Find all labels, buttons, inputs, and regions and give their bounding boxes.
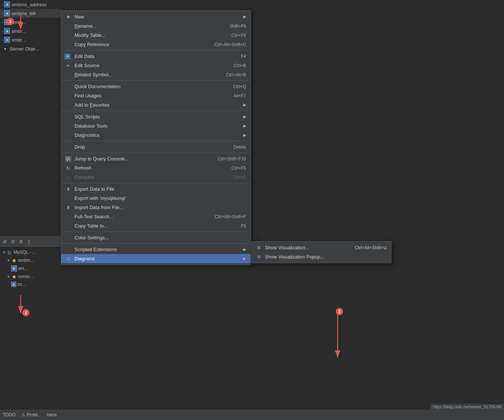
submenu-item-show-visualization[interactable]: ⊞ Show Visualization... Ctrl+Alt+Shift+U: [252, 243, 391, 252]
tree-panel: › ⊞ smbms_address › ⊞ smbms_bill › ⊞ smb…: [0, 0, 61, 232]
expand-arrow: ›: [2, 11, 3, 15]
refresh-icon: ↻: [65, 165, 72, 171]
expand-arrow: ›: [2, 29, 3, 33]
import-icon: ⬆: [65, 204, 72, 211]
menu-item-label: Modify Table...: [75, 32, 106, 38]
menu-item-import-data[interactable]: ⬆ Import Data from File...: [61, 203, 251, 212]
query-console-icon: QL: [65, 156, 72, 162]
db-item-label: MySQL - ...: [14, 250, 36, 255]
menu-item-compare[interactable]: ↔ Compare Ctrl+D: [61, 173, 251, 182]
submenu-item-label: Show Visualization...: [265, 245, 309, 250]
menu-item-label: Export with 'mysqldump': [75, 195, 126, 201]
menu-item-copy-reference[interactable]: Copy Reference Ctrl+Alt+Shift+C: [61, 40, 251, 49]
menu-item-label: Database Tools: [75, 123, 107, 129]
db-panel-toolbar: ⇄ ⊟ ⊞ ƒ: [0, 236, 61, 247]
diagrams-submenu: ⊞ Show Visualization... Ctrl+Alt+Shift+U…: [251, 241, 391, 263]
expand-arrow: ›: [2, 3, 3, 7]
menu-item-label: Related Symbol...: [75, 72, 113, 77]
menu-item-add-favorites[interactable]: Add to Favorites ▶: [61, 100, 251, 110]
menu-item-export-mysqldump[interactable]: Export with 'mysqldump': [61, 194, 251, 203]
diagrams-icon: ⊞: [65, 256, 72, 262]
submenu-item-label: Show Visualization Popup...: [265, 254, 324, 260]
submenu-arrow: ▶: [243, 114, 246, 119]
grid-icon: ⊞: [65, 54, 70, 59]
db-item-smbm[interactable]: ▼ ◉ smbm...: [0, 256, 61, 264]
menu-item-copy-table[interactable]: Copy Table to... F5: [61, 221, 251, 230]
db-item-conso[interactable]: ▼ ◉ conso...: [0, 273, 61, 281]
url-tooltip: https://blog.csdn.net/weixin_51705246: [431, 404, 504, 410]
db-item-co[interactable]: ⊞ co...: [0, 281, 61, 288]
bg-right-panel: [258, 0, 504, 420]
menu-item-label: Diagnostics: [75, 132, 99, 138]
db-item-label: co...: [17, 282, 26, 287]
menu-item-label: Compare: [75, 174, 94, 180]
menu-item-label: New: [75, 14, 84, 20]
menu-item-find-usages[interactable]: Find Usages Alt+F7: [61, 91, 251, 100]
pencil-icon: ✏: [65, 62, 72, 69]
tree-item-label: smbms_bill: [11, 11, 35, 16]
db-item-mysql[interactable]: ▼ ⊵ MySQL - ...: [0, 248, 61, 256]
shortcut-edit-data: F4: [226, 54, 246, 59]
menu-item-label: Import Data from File...: [75, 205, 124, 210]
folder-icon: ▪: [2, 46, 8, 52]
toolbar-icon-1[interactable]: ⇄: [1, 238, 8, 245]
tree-item-server-objects[interactable]: ▪ Server Obje...: [0, 44, 61, 53]
tree-item-smbms-address[interactable]: › ⊞ smbms_address: [0, 0, 61, 9]
tree-item-label: smbr...: [11, 37, 26, 43]
menu-item-export-data[interactable]: ⬇ Export Data to File: [61, 184, 251, 194]
tree-item-smbms-bill[interactable]: › ⊞ smbms_bill: [0, 9, 61, 18]
badge-2: 2: [22, 309, 30, 316]
shortcut-modify: Ctrl+F6: [217, 33, 246, 38]
table-icon: ⊞: [4, 10, 10, 16]
menu-item-jump-query[interactable]: QL Jump to Query Console... Ctrl+Shift+F…: [61, 154, 251, 163]
menu-item-modify-table[interactable]: Modify Table... Ctrl+F6: [61, 31, 251, 40]
db-item-label: sm...: [18, 266, 28, 271]
menu-item-sql-scripts[interactable]: SQL Scripts ▶: [61, 112, 251, 121]
shortcut-copy: Ctrl+Alt+Shift+C: [200, 42, 246, 47]
menu-item-color-settings[interactable]: Color Settings...: [61, 233, 251, 242]
submenu-item-show-visualization-popup[interactable]: ⊞ Show Visualization Popup...: [252, 252, 391, 261]
menu-item-related-symbol[interactable]: Related Symbol... Ctrl+Alt+B: [61, 70, 251, 79]
db-item-label: smbm...: [18, 258, 34, 263]
menu-item-new[interactable]: + New ▶: [61, 12, 251, 21]
shortcut-jump: Ctrl+Shift+F10: [203, 156, 246, 162]
menu-item-label: Jump to Query Console...: [75, 156, 129, 162]
bottom-bar: TODO ⚠ Probl... rams: [0, 410, 504, 420]
menu-item-drop[interactable]: Drop Delete: [61, 142, 251, 152]
menu-item-edit-source[interactable]: ✏ Edit Source Ctrl+B: [61, 61, 251, 70]
menu-item-label: Quick Documentation: [75, 84, 120, 89]
menu-item-diagrams[interactable]: ⊞ Diagrams ▶ ⊞ Show Visualization... Ctr…: [61, 254, 251, 263]
menu-item-label: Scripted Extensions: [75, 247, 117, 252]
shortcut-find-usages: Alt+F7: [218, 93, 246, 98]
bottom-bar-problems[interactable]: ⚠ Probl...: [21, 412, 41, 417]
menu-item-diagnostics[interactable]: Diagnostics ▶: [61, 131, 251, 140]
separator-2: [61, 80, 251, 81]
bottom-bar-todo[interactable]: TODO: [3, 412, 15, 417]
tree-item-smbr2[interactable]: › ⊞ smbr...: [0, 27, 61, 35]
db-item-sm[interactable]: ⊞ sm...: [0, 264, 61, 273]
expand-arrow: ›: [2, 20, 3, 24]
toolbar-icon-4[interactable]: ƒ: [26, 238, 32, 245]
db-item-label: conso...: [18, 274, 34, 279]
menu-item-rename[interactable]: Rename... Shift+F6: [61, 21, 251, 31]
tree-item-label: smbms_address: [11, 2, 46, 7]
menu-item-edit-data[interactable]: ⊞ Edit Data F4: [61, 52, 251, 61]
plus-icon: +: [65, 14, 72, 20]
table-icon: ⊞: [4, 37, 10, 43]
tree-item-label: smbr...: [11, 28, 26, 34]
menu-item-refresh[interactable]: ↻ Refresh Ctrl+F5: [61, 163, 251, 173]
db-panel: ⇄ ⊟ ⊞ ƒ ▼ ⊵ MySQL - ... ▼ ◉ smbm... ⊞ sm…: [0, 236, 61, 332]
menu-item-quick-doc[interactable]: Quick Documentation Ctrl+Q: [61, 82, 251, 91]
schema-icon: ◉: [11, 274, 17, 280]
toolbar-icon-2[interactable]: ⊟: [10, 238, 16, 245]
toolbar-icon-3[interactable]: ⊞: [18, 238, 24, 245]
diagram-icon: ⊞: [255, 244, 262, 251]
menu-item-full-text-search[interactable]: Full-Text Search... Ctrl+Alt+Shift+F: [61, 212, 251, 221]
separator-4: [61, 141, 251, 141]
tree-item-smbr3[interactable]: › ⊞ smbr...: [0, 35, 61, 44]
menu-item-label: Edit Source: [75, 63, 99, 68]
menu-item-database-tools[interactable]: Database Tools ▶: [61, 121, 251, 131]
bottom-bar-grams[interactable]: rams: [47, 412, 57, 417]
menu-item-scripted-extensions[interactable]: Scripted Extensions ▶: [61, 245, 251, 254]
badge-1: 1: [7, 18, 14, 25]
